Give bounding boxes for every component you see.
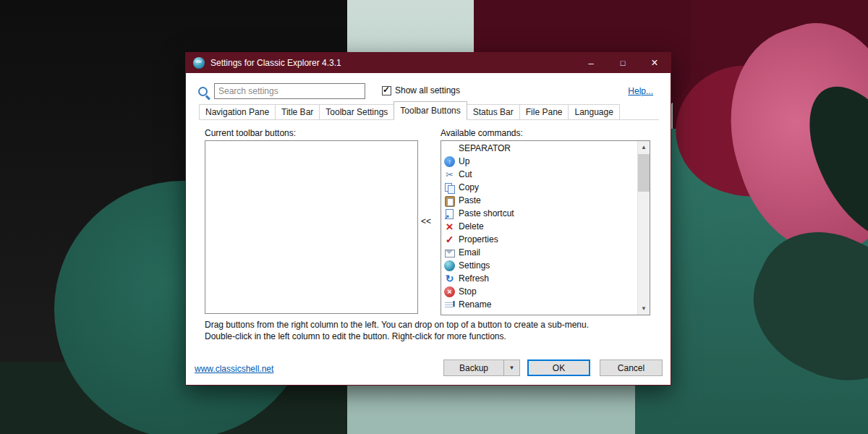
available-commands-label: Available commands: <box>441 128 523 138</box>
command-label: Email <box>459 247 480 258</box>
show-all-settings-label: Show all settings <box>395 85 460 95</box>
instructions-text: Drag buttons from the right column to th… <box>205 319 589 342</box>
settings-icon <box>444 260 455 271</box>
up-icon <box>444 156 455 167</box>
window-title: Settings for Classic Explorer 4.3.1 <box>210 58 341 68</box>
scroll-down-icon[interactable]: ▼ <box>638 302 650 315</box>
list-item[interactable]: Email <box>441 246 637 259</box>
scrollbar[interactable]: ▲ ▼ <box>637 141 650 315</box>
move-left-button[interactable]: << <box>421 216 431 226</box>
tab-status-bar[interactable]: Status Bar <box>467 104 520 119</box>
search-icon <box>197 86 210 99</box>
rename-icon <box>444 299 455 310</box>
instructions-line-1: Drag buttons from the right column to th… <box>205 319 589 331</box>
list-item[interactable]: Up <box>441 155 637 168</box>
refresh-icon <box>444 273 455 284</box>
tab-file-pane[interactable]: File Pane <box>519 104 569 119</box>
help-link[interactable]: Help... <box>628 86 653 96</box>
command-label: Rename <box>459 299 491 310</box>
title-bar[interactable]: Settings for Classic Explorer 4.3.1 – □ … <box>186 53 671 73</box>
properties-icon <box>444 234 455 245</box>
current-buttons-listbox[interactable] <box>205 140 418 314</box>
settings-dialog: Settings for Classic Explorer 4.3.1 – □ … <box>185 52 671 386</box>
command-label: Settings <box>459 260 490 271</box>
list-item[interactable]: Cut <box>441 168 637 181</box>
delete-icon <box>444 221 455 232</box>
search-input[interactable] <box>214 83 365 99</box>
list-item[interactable]: Settings <box>441 259 637 272</box>
command-label: Copy <box>459 182 479 192</box>
list-item[interactable]: Delete <box>441 220 637 233</box>
backup-button[interactable]: Backup ▼ <box>443 359 520 376</box>
show-all-settings-checkbox[interactable] <box>382 86 391 95</box>
list-item[interactable]: Copy <box>441 181 637 194</box>
tab-navigation-pane[interactable]: Navigation Pane <box>199 104 276 119</box>
tab-strip: Navigation PaneTitle BarToolbar Settings… <box>199 102 659 120</box>
list-item[interactable]: Properties <box>441 233 637 246</box>
command-label: Paste <box>459 195 481 205</box>
maximize-button[interactable]: □ <box>607 53 639 73</box>
list-item[interactable]: Paste <box>441 194 637 207</box>
copy-icon <box>444 182 455 193</box>
current-toolbar-buttons-label: Current toolbar buttons: <box>205 128 296 138</box>
ok-button[interactable]: OK <box>527 359 590 376</box>
list-item[interactable]: Paste shortcut <box>441 207 637 220</box>
classicshell-link[interactable]: www.classicshell.net <box>195 364 273 374</box>
scrollbar-thumb[interactable] <box>638 154 650 192</box>
minimize-button[interactable]: – <box>575 53 607 73</box>
backup-button-label: Backup <box>444 363 503 373</box>
list-item[interactable]: SEPARATOR <box>441 142 637 155</box>
command-label: SEPARATOR <box>459 143 511 153</box>
paste-icon <box>444 195 455 206</box>
command-rows: SEPARATORUpCutCopyPastePaste shortcutDel… <box>441 142 637 311</box>
instructions-line-2: Double-click in the left column to edit … <box>205 331 589 342</box>
tab-toolbar-settings[interactable]: Toolbar Settings <box>319 104 394 119</box>
tab-language[interactable]: Language <box>568 104 619 119</box>
command-label: Properties <box>459 234 498 244</box>
list-item[interactable]: Rename <box>441 298 637 311</box>
cancel-button[interactable]: Cancel <box>600 359 663 376</box>
stop-icon <box>444 286 455 297</box>
command-label: Delete <box>459 221 484 231</box>
tab-title-bar[interactable]: Title Bar <box>275 104 320 119</box>
cut-icon <box>444 169 455 180</box>
close-button[interactable]: × <box>639 53 671 73</box>
command-label: Refresh <box>459 273 489 284</box>
paste-shortcut-icon <box>444 208 455 219</box>
list-item[interactable]: Refresh <box>441 272 637 285</box>
command-label: Stop <box>459 286 477 297</box>
command-label: Cut <box>459 169 472 179</box>
app-icon <box>193 57 205 69</box>
available-commands-listbox[interactable]: SEPARATORUpCutCopyPastePaste shortcutDel… <box>441 140 650 315</box>
command-label: Up <box>459 156 469 166</box>
command-label: Paste shortcut <box>459 208 514 218</box>
email-icon <box>444 247 455 258</box>
list-item[interactable]: Stop <box>441 285 637 298</box>
scroll-up-icon[interactable]: ▲ <box>638 141 650 153</box>
tab-toolbar-buttons[interactable]: Toolbar Buttons <box>393 101 467 119</box>
dropdown-arrow-icon[interactable]: ▼ <box>503 360 519 375</box>
